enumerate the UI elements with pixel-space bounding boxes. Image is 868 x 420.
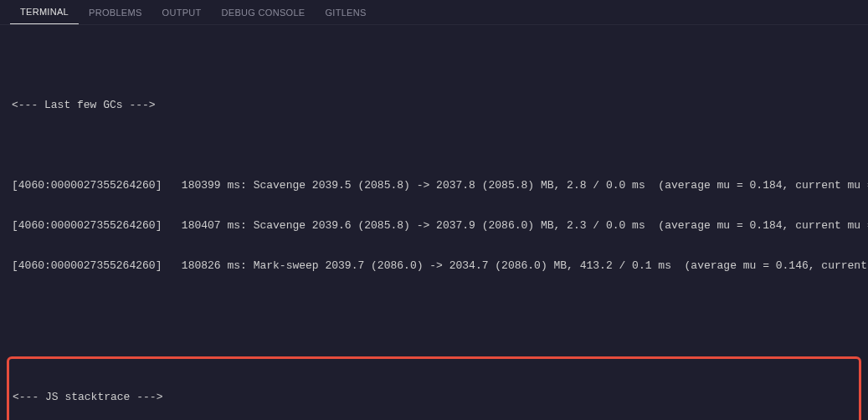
gc-line: [4060:0000027355264260] 180826 ms: Mark-… [12, 259, 856, 273]
gc-line: [4060:0000027355264260] 180399 ms: Scave… [12, 179, 856, 192]
terminal-line [12, 139, 856, 152]
terminal-line [12, 59, 856, 72]
js-stacktrace-header: <--- JS stacktrace ---> [13, 391, 855, 404]
terminal-line [12, 300, 856, 313]
error-highlight-box: <--- JS stacktrace ---> FATAL ERROR: Ine… [7, 356, 861, 420]
terminal-output[interactable]: <--- Last few GCs ---> [4060:00000273552… [0, 25, 868, 420]
tab-output[interactable]: OUTPUT [152, 0, 212, 24]
tab-debug-console[interactable]: DEBUG CONSOLE [212, 0, 316, 24]
gc-header: <--- Last few GCs ---> [12, 99, 856, 112]
panel-tabbar: TERMINAL PROBLEMS OUTPUT DEBUG CONSOLE G… [0, 0, 868, 25]
gc-line: [4060:0000027355264260] 180407 ms: Scave… [12, 219, 856, 233]
tab-terminal[interactable]: TERMINAL [10, 0, 79, 24]
tab-problems[interactable]: PROBLEMS [79, 0, 152, 24]
tab-gitlens[interactable]: GITLENS [315, 0, 376, 24]
